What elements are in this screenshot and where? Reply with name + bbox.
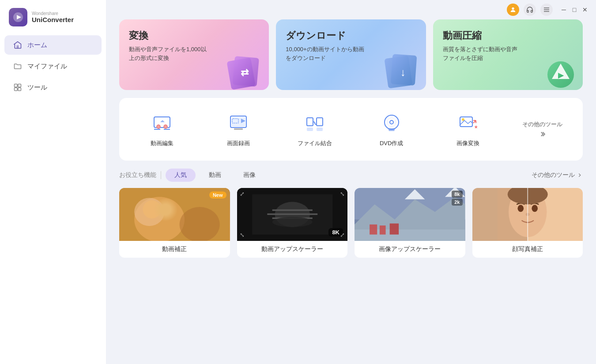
convert-icon: ⇄ [220,46,264,90]
svg-rect-61 [380,225,386,234]
featured-label: お役立ち機能 [119,171,156,179]
svg-text:↓: ↓ [400,66,406,78]
svg-rect-32 [317,118,323,126]
compress-desc: 画質を落とさずに動画や音声ファイルを圧縮 [443,45,522,62]
svg-rect-51 [267,214,317,215]
video-edit-icon [150,111,174,135]
svg-rect-28 [234,128,243,130]
download-icon: ↓ [377,46,422,90]
svg-point-24 [164,125,167,128]
hero-card-compress[interactable]: 動画圧縮 画質を落とさずに動画や音声ファイルを圧縮 ▶ [433,19,583,90]
res-badge-8k: 8k [452,191,462,198]
compress-icon: ▶ [534,46,578,90]
screen-rec-icon [226,111,250,135]
video-repair-thumb: New [119,188,230,241]
app-logo-icon [9,8,27,26]
new-badge: New [209,191,226,199]
svg-rect-5 [15,88,18,91]
feature-cards: New 動画補正 [119,188,583,258]
expand-icon-tr: ⤡ [340,191,345,197]
svg-text:★: ★ [474,125,478,129]
svg-rect-4 [18,84,21,87]
expand-icon-bl: ⤡ [240,232,245,238]
svg-point-67 [532,205,538,212]
tool-img-convert[interactable]: ★ 画像変換 [430,107,506,152]
svg-point-23 [157,125,160,128]
chevron-right-icon [538,130,546,138]
logo-text: Wondershare UniConverter [32,11,74,23]
feature-card-video-repair[interactable]: New 動画補正 [119,188,230,258]
sidebar-item-tools[interactable]: ツール [4,78,102,97]
titlebar: ─ □ ✕ [106,0,596,19]
tab-image[interactable]: 画像 [234,169,264,182]
convert-desc: 動画や音声ファイルを1,000以上の形式に変換 [129,45,208,62]
hero-cards: 変換 動画や音声ファイルを1,000以上の形式に変換 ⇄ [119,19,583,90]
video-upscaler-label: 動画アップスケーラー [237,241,348,258]
tool-video-edit[interactable]: 動画編集 [124,107,200,152]
tool-dvd[interactable]: DVD作成 [353,107,430,152]
svg-rect-60 [370,225,377,235]
expand-icon-tl: ⤢ [240,191,245,197]
svg-rect-62 [390,223,399,234]
hero-card-download[interactable]: ダウンロード 10,000+の動画サイトから動画をダウンロード ↓ [276,19,426,90]
svg-point-36 [390,120,393,124]
tools-grid: 動画編集 画面録画 [119,98,583,161]
featured-section: お役立ち機能 人気 動画 画像 その他のツール [119,169,583,258]
user-icon-button[interactable] [507,4,519,16]
svg-rect-71 [472,188,498,241]
sidebar-item-myfiles[interactable]: マイファイル [4,56,102,76]
sidebar-item-home[interactable]: ホーム [4,35,102,55]
feature-card-face-enhance[interactable]: 顔写真補正 [472,188,583,258]
convert-title: 変換 [129,29,259,42]
home-label: ホーム [27,41,47,49]
more-tools-button[interactable]: その他のツール [506,120,578,138]
file-merge-icon [303,111,327,135]
svg-rect-3 [15,84,18,87]
svg-rect-31 [307,118,313,126]
svg-point-45 [143,200,161,218]
svg-rect-50 [272,210,312,211]
feature-card-video-upscaler[interactable]: 8K ⤢ ⤡ ⤡ ⤢ 動画アップスケーラー [237,188,348,258]
svg-text:▶: ▶ [558,71,564,79]
myfiles-label: マイファイル [27,62,67,71]
svg-point-66 [517,205,524,212]
svg-rect-6 [18,88,21,91]
img-convert-icon: ★ [456,111,480,135]
menu-button[interactable] [540,4,553,16]
featured-divider [161,171,161,179]
feature-card-img-upscaler[interactable]: 8k 2k 画像アップスケーラー [355,188,465,258]
logo-brand: Wondershare [32,11,74,16]
tool-screen-rec[interactable]: 画面録画 [200,107,276,152]
featured-header: お役立ち機能 人気 動画 画像 その他のツール [119,169,583,182]
video-repair-label: 動画補正 [119,241,230,258]
face-enhance-thumb [472,188,583,241]
close-button[interactable]: ✕ [581,6,589,14]
more-chevron-icon [577,172,583,178]
window-controls: ─ □ ✕ [560,6,589,14]
download-desc: 10,000+の動画サイトから動画をダウンロード [286,45,365,62]
hero-card-convert[interactable]: 変換 動画や音声ファイルを1,000以上の形式に変換 ⇄ [119,19,269,90]
file-merge-label: ファイル結合 [298,139,332,147]
more-tools-link[interactable]: その他のツール [532,171,583,179]
support-button[interactable] [524,4,536,16]
compress-title: 動画圧縮 [443,29,573,42]
dvd-label: DVD作成 [380,139,403,147]
video-upscaler-thumb: 8K ⤢ ⤡ ⤡ ⤢ [237,188,348,241]
tab-video[interactable]: 動画 [200,169,230,182]
svg-marker-25 [160,120,165,122]
expand-icon-br: ⤢ [340,232,345,238]
tool-file-merge[interactable]: ファイル結合 [277,107,353,152]
more-tools-label: その他のツール [522,120,562,128]
tab-popular[interactable]: 人気 [166,169,196,182]
svg-rect-2 [17,45,19,49]
svg-rect-33 [307,128,313,131]
img-upscaler-label: 画像アップスケーラー [355,241,465,258]
svg-rect-34 [317,128,323,131]
logo-area: Wondershare UniConverter [0,0,106,34]
svg-text:⇄: ⇄ [241,67,249,78]
minimize-button[interactable]: ─ [560,6,568,14]
folder-icon [13,62,22,71]
dvd-icon [380,111,404,135]
maximize-button[interactable]: □ [570,6,578,14]
home-icon [13,41,22,49]
